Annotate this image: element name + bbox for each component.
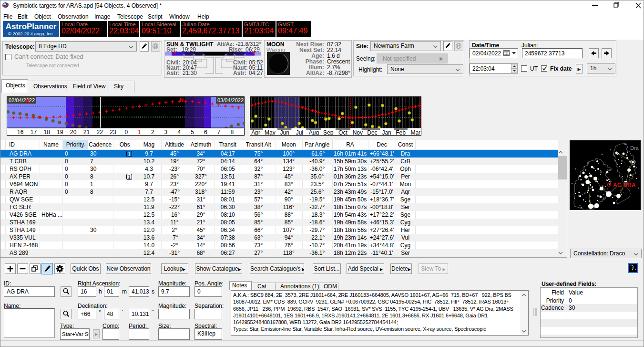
svg-text:Dra: Dra [630,145,639,151]
svg-text:5: 5 [191,129,194,136]
svg-text:AG DRA: AG DRA [613,182,636,189]
svg-text:20: 20 [70,129,77,136]
svg-text:1: 1 [138,129,141,136]
svg-text:03/04/2022: 03/04/2022 [217,97,244,103]
svg-text:0: 0 [124,129,128,136]
svg-text:02/04/2022: 02/04/2022 [9,97,35,103]
svg-text:N: N [180,97,184,103]
svg-text:19: 19 [57,129,63,136]
svg-text:Nov: Nov [353,129,363,136]
svg-text:Mar: Mar [410,129,420,136]
svg-text:18: 18 [44,129,51,136]
svg-text:Feb: Feb [396,129,406,136]
svg-text:2: 2 [151,129,154,136]
svg-text:N: N [26,98,30,104]
svg-text:Jan: Jan [382,129,391,136]
svg-text:May: May [265,129,276,136]
svg-text:22: 22 [97,129,103,136]
svg-text:Oct: Oct [338,129,348,136]
svg-text:6: 6 [204,129,207,136]
svg-text:Aug: Aug [309,129,319,136]
svg-text:16: 16 [17,129,24,136]
svg-text:3: 3 [164,129,168,136]
svg-text:Dec: Dec [367,129,377,136]
svg-text:Jul: Jul [296,129,303,136]
svg-text:Jun: Jun [280,129,289,136]
svg-text:4: 4 [177,129,181,136]
svg-text:17: 17 [31,129,37,136]
svg-text:Apr: Apr [251,129,260,136]
svg-text:23: 23 [110,129,116,136]
svg-text:7: 7 [217,129,221,136]
svg-text:8: 8 [231,129,234,136]
svg-text:Sep: Sep [323,129,334,136]
svg-text:21: 21 [83,129,90,136]
